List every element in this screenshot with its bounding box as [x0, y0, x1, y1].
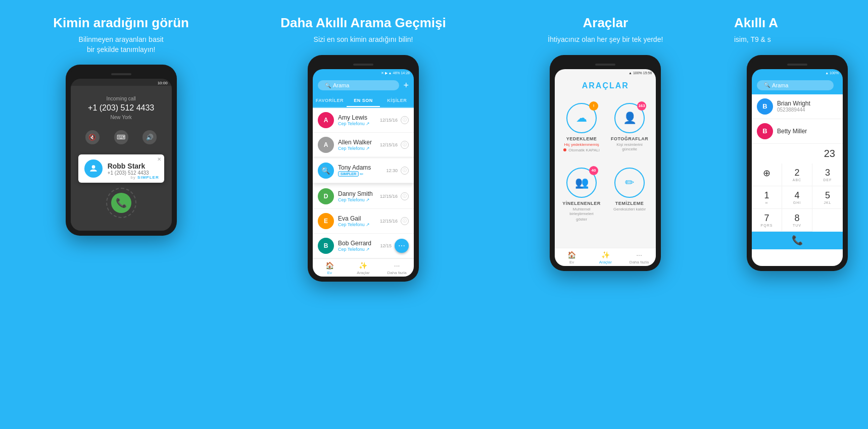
contact-name: Tony Adams	[338, 164, 386, 171]
phone-screen-1: 10:00 Incoming call +1 (203) 512 4433 Ne…	[71, 79, 172, 231]
brian-name: Brian Wright	[777, 100, 838, 107]
nav-tools[interactable]: ✨ Araçlar	[347, 261, 380, 275]
panel-4: Akıllı A isim, T9 & s ▲ 100% 🔍 Arama B	[727, 0, 868, 429]
panel-3: Araçlar İhtiyacınız olan her şey bir tek…	[485, 0, 727, 429]
dialer-key-4[interactable]: 4 GHI	[782, 186, 812, 209]
nav-home[interactable]: 🏠 Ev	[313, 261, 347, 275]
nav-more-3[interactable]: ··· Daha fazla	[622, 251, 656, 264]
betty-name: Betty Miller	[777, 128, 838, 135]
tab-recent[interactable]: EN SON	[347, 95, 380, 107]
info-icon[interactable]: ⓘ	[401, 116, 409, 124]
contact-details: Allen Walker Cep Telefonu ↗	[338, 139, 380, 151]
contact-brian[interactable]: B Brian Wright 0523889444	[752, 94, 843, 119]
fab-btn[interactable]: ⋯	[395, 239, 409, 253]
tab-favorites[interactable]: FAVORİLER	[313, 95, 347, 107]
info-icon[interactable]: ⓘ	[401, 141, 409, 149]
close-popup-btn[interactable]: ✕	[157, 156, 161, 162]
contact-item-highlighted[interactable]: 🔍 Tony Adams SIMPLER ✏ 12:30 ⓘ	[313, 158, 414, 183]
search-icon-4: 🔍	[764, 82, 770, 88]
contact-sub: Cep Telefonu ↗	[338, 146, 380, 151]
dialer-key-8[interactable]: 8 TUV	[782, 209, 812, 232]
speaker-1	[111, 73, 131, 75]
panel-3-subtitle: İhtiyacınız olan her şey bir tek yerde!	[548, 35, 663, 45]
phone-2: ✕ ▶ ▲ 46% 14:28 🔍 Arama + FAVORİLER EN S…	[308, 55, 419, 282]
add-contact-btn[interactable]: +	[403, 80, 409, 91]
panel-2-title: Daha Akıllı Arama Geçmişi	[280, 15, 446, 31]
location: New York	[78, 115, 164, 120]
nav-tools-3[interactable]: ✨ Araçlar	[589, 251, 622, 264]
tab-bar-2: FAVORİLER EN SON KİŞİLER	[313, 95, 414, 108]
tool-backup[interactable]: ☁ ! YEDEKLEME Hiç yedeklenmemiş Otomatik…	[560, 98, 603, 157]
nav-more[interactable]: ··· Daha fazla	[380, 261, 414, 275]
dialer-display: 23	[752, 144, 843, 164]
dialer-key-1[interactable]: 1 ∞	[752, 186, 782, 209]
key-num: 7	[754, 213, 779, 224]
info-icon[interactable]: ⓘ	[401, 217, 409, 225]
tool-backup-circle: ☁ !	[566, 103, 597, 133]
panel-3-title: Araçlar	[583, 15, 629, 31]
speaker-btn[interactable]: 🔊	[142, 130, 157, 144]
tool-clean-name: TEMİZLEME	[615, 201, 644, 206]
dialer-key-7[interactable]: 7 PQRS	[752, 209, 782, 232]
panel-2-subtitle: Sizi en son kimin aradığını bilin!	[314, 35, 413, 45]
tool-duplicates-name: YİNELENENLER	[562, 201, 601, 206]
dialer-key-plus[interactable]: ⊕	[752, 164, 782, 186]
tool-duplicates-sub1: Muhtemel birleştirmeleri	[562, 207, 601, 216]
contact-avatar: B	[318, 238, 334, 254]
key-num: 4	[785, 190, 809, 201]
tools-icon: ✨	[359, 261, 367, 270]
panel-4-subtitle: isim, T9 & s	[734, 35, 771, 45]
contact-name: Danny Smith	[338, 190, 380, 197]
dialer-key-2[interactable]: 2 ABC	[782, 164, 812, 186]
bottom-nav-2: 🏠 Ev ✨ Araçlar ··· Daha fazla	[313, 258, 414, 277]
contact-item[interactable]: D Danny Smith Cep Telefonu ↗ 12/15/16 ⓘ	[313, 184, 414, 209]
tool-duplicates-circle: 👥 40	[566, 168, 597, 198]
home-icon-3: 🏠	[567, 251, 576, 259]
search-input-row-4[interactable]: 🔍 Arama	[757, 80, 834, 90]
simpler-badge: by SIMPLER	[130, 175, 159, 180]
tool-backup-sub2: Otomatik KAPALI	[563, 148, 600, 152]
contact-sub: SIMPLER ✏	[338, 171, 386, 177]
contact-details: Bob Gerrard Cep Telefonu ↗	[338, 240, 380, 252]
tool-photos-badge: 163	[637, 101, 646, 111]
tool-photos[interactable]: 👤 163 FOTOĞRAFLAR Kişi resimlerini günce…	[608, 98, 651, 157]
key-letters: DEF	[815, 178, 840, 182]
search-placeholder: Arama	[333, 82, 349, 88]
contact-details: Amy Lewis Cep Telefonu ↗	[338, 114, 380, 126]
search-input-row[interactable]: 🔍 Arama	[318, 80, 399, 90]
tools-grid: ☁ ! YEDEKLEME Hiç yedeklenmemiş Otomatik…	[560, 98, 651, 227]
contact-item[interactable]: A Amy Lewis Cep Telefonu ↗ 12/15/16 ⓘ	[313, 108, 414, 133]
phone-number: +1 (203) 512 4433	[78, 103, 164, 113]
phone-notch-1	[71, 70, 172, 79]
caller-popup: ✕ Robb Stark +1 (203) 512 4433 by SIMPLE…	[78, 154, 164, 183]
key-num: 8	[785, 213, 809, 224]
dialer-key-5[interactable]: 5 JKL	[812, 186, 843, 209]
home-icon: 🏠	[325, 261, 334, 270]
nav-home-3[interactable]: 🏠 Ev	[555, 251, 589, 264]
tool-backup-badge: !	[589, 101, 598, 111]
dialpad-btn[interactable]: ⌨	[114, 130, 128, 144]
dialer-key-3[interactable]: 3 DEF	[812, 164, 843, 186]
answer-btn[interactable]: 📞	[111, 193, 131, 213]
key-letters: ABC	[785, 178, 809, 182]
answer-circle[interactable]: 📞	[106, 188, 136, 218]
dialer-call-btn[interactable]: 📞	[752, 232, 843, 249]
key-letters: ∞	[754, 201, 779, 204]
dialer-key-icon: ⊕	[754, 168, 779, 179]
contact-details: Danny Smith Cep Telefonu ↗	[338, 190, 380, 202]
bottom-nav-3: 🏠 Ev ✨ Araçlar ··· Daha fazla	[555, 248, 656, 266]
info-icon[interactable]: ⓘ	[401, 192, 409, 200]
contact-betty[interactable]: B Betty Miller	[752, 119, 843, 144]
mute-btn[interactable]: 🔇	[85, 130, 100, 144]
call-screen: Incoming call +1 (203) 512 4433 New York…	[71, 86, 172, 231]
phone-notch-3	[555, 60, 656, 69]
tab-contacts[interactable]: KİŞİLER	[380, 95, 414, 107]
contact-item[interactable]: B Bob Gerrard Cep Telefonu ↗ 12/15 ⋯	[313, 234, 414, 258]
info-icon[interactable]: ⓘ	[401, 167, 409, 175]
contact-name: Bob Gerrard	[338, 240, 380, 247]
tool-duplicates[interactable]: 👥 40 YİNELENENLER Muhtemel birleştirmele…	[560, 163, 603, 227]
contact-item[interactable]: A Allen Walker Cep Telefonu ↗ 12/15/16 ⓘ	[313, 133, 414, 157]
tool-clean[interactable]: ✏ TEMİZLEME Gereksizleri kaldır	[608, 163, 651, 227]
contact-item[interactable]: E Eva Gail Cep Telefonu ↗ 12/15/16 ⓘ	[313, 209, 414, 234]
status-bar-2: ✕ ▶ ▲ 46% 14:28	[313, 69, 414, 76]
